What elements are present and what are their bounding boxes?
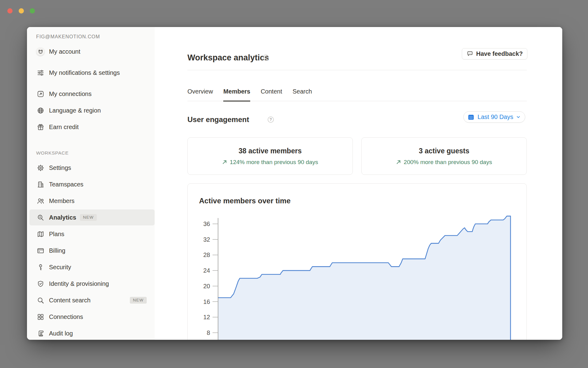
shield-check-icon <box>36 279 45 288</box>
sidebar-item-analytics[interactable]: Analytics NEW <box>27 209 155 226</box>
calendar-icon <box>467 113 475 121</box>
sidebar-item-billing[interactable]: Billing <box>27 242 155 259</box>
svg-text:28: 28 <box>203 251 210 258</box>
settings-sidebar: FIG@MAKENOTION.COM My account <box>27 27 155 340</box>
sidebar-item-label: Identity & provisioning <box>49 280 126 288</box>
trend-up-icon <box>396 159 401 165</box>
active-guests-card: 3 active guests 200% more than previous … <box>361 137 527 175</box>
close-button[interactable] <box>7 8 13 13</box>
page-title: Workspace analytics <box>187 53 269 63</box>
sidebar-item-label: My connections <box>49 90 126 98</box>
sidebar-item-label: Audit log <box>49 329 126 337</box>
people-icon <box>36 197 45 205</box>
sidebar-item-label: Plans <box>49 230 126 238</box>
sidebar-item-label: Billing <box>49 247 126 255</box>
analytics-tabs: Overview Members Content Search <box>187 82 527 101</box>
active-members-value: 38 active members <box>239 147 302 155</box>
active-members-chart-card: Active members over time 363228242016128 <box>187 183 527 340</box>
sidebar-item-label: Settings <box>49 164 126 172</box>
gift-icon <box>36 123 45 131</box>
user-engagement-title: User engagement <box>187 115 249 124</box>
svg-text:20: 20 <box>203 283 210 289</box>
zoom-button[interactable] <box>30 8 35 13</box>
arrow-up-right-icon <box>36 90 45 98</box>
sidebar-item-label: My notifications & settings <box>49 69 126 77</box>
svg-text:24: 24 <box>203 267 210 274</box>
sidebar-item-my-connections[interactable]: My connections <box>27 86 155 102</box>
sidebar-item-notifications-settings[interactable]: My notifications & settings <box>27 60 155 86</box>
sidebar-item-audit-log[interactable]: Audit log <box>27 325 155 340</box>
building-icon <box>36 180 45 189</box>
sidebar-item-identity-provisioning[interactable]: Identity & provisioning <box>27 275 155 292</box>
map-icon <box>36 230 45 238</box>
credit-card-icon <box>36 246 45 255</box>
date-range-label: Last 90 Days <box>477 113 513 121</box>
key-icon <box>36 263 45 271</box>
sidebar-item-connections[interactable]: Connections <box>27 309 155 325</box>
svg-text:12: 12 <box>203 314 210 320</box>
new-badge: NEW <box>80 214 97 221</box>
chevron-down-icon <box>516 115 521 119</box>
new-badge: NEW <box>130 297 147 304</box>
sidebar-item-earn-credit[interactable]: Earn credit <box>27 119 155 135</box>
sidebar-item-label: Teamspaces <box>49 180 126 188</box>
sidebar-item-teamspaces[interactable]: Teamspaces <box>27 176 155 193</box>
feedback-bubble-icon <box>466 50 473 57</box>
magnifier-icon <box>36 296 45 305</box>
tab-members[interactable]: Members <box>223 82 250 102</box>
account-email: FIG@MAKENOTION.COM <box>27 34 155 43</box>
globe-icon <box>36 106 45 115</box>
sidebar-item-my-account[interactable]: My account <box>27 43 155 60</box>
svg-text:32: 32 <box>203 236 210 243</box>
minimize-button[interactable] <box>19 8 24 13</box>
svg-text:36: 36 <box>203 220 210 227</box>
header-divider <box>187 70 527 70</box>
active-members-card: 38 active members 124% more than previou… <box>187 137 353 175</box>
feedback-button-label: Have feedback? <box>476 50 523 57</box>
tab-content[interactable]: Content <box>261 82 282 102</box>
sidebar-item-label: Connections <box>49 313 126 321</box>
svg-text:?: ? <box>270 117 272 122</box>
active-members-delta: 124% more than previous 90 days <box>222 159 318 166</box>
sidebar-item-label: Earn credit <box>49 123 126 131</box>
svg-text:8: 8 <box>207 329 210 336</box>
sidebar-item-label: Security <box>49 263 126 271</box>
active-guests-delta: 200% more than previous 90 days <box>396 159 492 166</box>
sidebar-item-settings[interactable]: Settings <box>27 159 155 176</box>
tab-search[interactable]: Search <box>292 82 312 102</box>
sliders-icon <box>36 68 45 77</box>
desktop-background: FIG@MAKENOTION.COM My account <box>0 0 588 368</box>
notion-settings-window: FIG@MAKENOTION.COM My account <box>27 27 562 340</box>
date-range-selector[interactable]: Last 90 Days <box>463 111 525 123</box>
analytics-main-panel: Workspace analytics ? Have feedback? O <box>155 27 562 340</box>
workspace-section-label: WORKSPACE <box>27 147 155 159</box>
trend-up-icon <box>222 159 227 165</box>
have-feedback-button[interactable]: Have feedback? <box>462 48 527 59</box>
svg-text:?: ? <box>265 55 267 60</box>
magnifier-sparkle-icon <box>36 213 45 222</box>
sidebar-item-label: Analytics <box>49 213 76 221</box>
avatar <box>36 47 45 56</box>
sidebar-item-members[interactable]: Members <box>27 193 155 209</box>
active-guests-value: 3 active guests <box>419 147 469 155</box>
sidebar-item-plans[interactable]: Plans <box>27 226 155 242</box>
svg-text:16: 16 <box>203 298 210 305</box>
active-members-area-chart: 363228242016128 <box>188 212 526 340</box>
scroll-icon <box>36 329 45 338</box>
sidebar-item-label: Members <box>49 197 126 205</box>
sidebar-item-label: Content search <box>49 296 126 304</box>
sidebar-item-content-search[interactable]: Content search NEW <box>27 292 155 309</box>
sidebar-item-security[interactable]: Security <box>27 259 155 275</box>
gear-icon <box>36 163 45 172</box>
tab-overview[interactable]: Overview <box>187 82 213 102</box>
sidebar-item-language-region[interactable]: Language & region <box>27 102 155 119</box>
sidebar-item-label: My account <box>49 48 126 56</box>
stat-cards: 38 active members 124% more than previou… <box>187 137 527 175</box>
sidebar-item-label: Language & region <box>49 106 126 114</box>
chart-title: Active members over time <box>199 197 291 205</box>
grid-icon <box>36 312 45 321</box>
